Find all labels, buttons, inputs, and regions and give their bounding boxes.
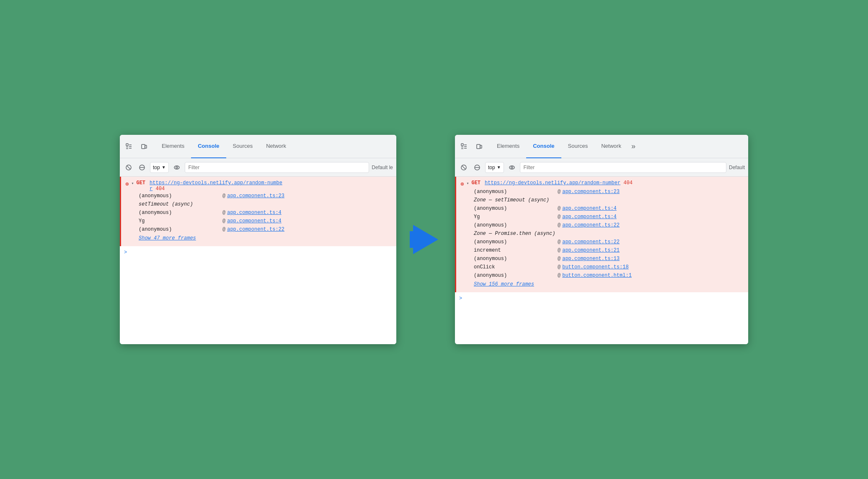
right-get-label: GET (471, 180, 480, 186)
right-filter-input[interactable] (520, 162, 726, 173)
left-error-entry: ⊗ ▾ GET https://ng-devtools.netlify.app/… (120, 177, 396, 246)
right-async-2: Zone — Promise.then (async) (460, 229, 744, 238)
svg-rect-1 (142, 144, 145, 149)
right-frame-9: (anonymous) @ button.component.html:1 (460, 271, 744, 280)
left-at-3: @ (222, 218, 225, 224)
left-show-more[interactable]: Show 47 more frames (125, 234, 392, 243)
left-frame-2: (anonymous) @ app.component.ts:4 (125, 209, 392, 217)
right-frame-link-6[interactable]: app.component.ts:21 (562, 247, 620, 253)
left-frame-link-2[interactable]: app.component.ts:4 (227, 210, 282, 216)
right-frame-link-7[interactable]: app.component.ts:13 (562, 256, 620, 262)
arrow-icon (413, 225, 438, 254)
right-console-prompt: > (455, 292, 748, 305)
right-frame-link-3[interactable]: app.component.ts:4 (562, 214, 617, 220)
right-at-9: @ (558, 273, 561, 278)
left-top-arrow-icon: ▼ (162, 165, 166, 170)
left-error-icon: ⊗ (125, 180, 129, 188)
right-at-2: @ (558, 206, 561, 211)
right-show-more[interactable]: Show 156 more frames (460, 280, 744, 289)
right-toolbar: top ▼ Default (455, 158, 748, 177)
left-tab-console[interactable]: Console (191, 135, 226, 158)
svg-rect-11 (480, 145, 482, 148)
right-frame-name-2: (anonymous) (474, 206, 558, 211)
right-default-levels: Default (729, 165, 745, 170)
right-error-url[interactable]: https://ng-devtools.netlify.app/random-n… (485, 180, 620, 186)
left-console-content: ⊗ ▾ GET https://ng-devtools.netlify.app/… (120, 177, 396, 344)
svg-point-17 (511, 167, 513, 168)
right-device-icon[interactable] (473, 141, 485, 152)
left-tab-sources[interactable]: Sources (226, 135, 260, 158)
left-clear-btn[interactable] (123, 162, 134, 173)
right-frame-link-5[interactable]: app.component.ts:22 (562, 239, 620, 245)
right-top-arrow-icon: ▼ (497, 165, 501, 170)
left-error-code: 404 (155, 186, 165, 192)
svg-point-8 (176, 167, 178, 168)
right-at-1: @ (558, 189, 561, 195)
left-default-levels: Default le (372, 165, 393, 170)
right-tab-bar: Elements Console Sources Network » (455, 135, 748, 158)
right-frame-name-6: increment (474, 247, 558, 253)
right-more-tabs-icon[interactable]: » (628, 142, 639, 151)
right-at-8: @ (558, 264, 561, 270)
left-toolbar: top ▼ Default le (120, 158, 396, 177)
left-async-1: setTimeout (async) (125, 200, 392, 209)
svg-point-7 (174, 166, 179, 169)
left-tab-network[interactable]: Network (259, 135, 293, 158)
right-at-3: @ (558, 214, 561, 220)
left-inspect-icon[interactable] (123, 141, 135, 152)
left-device-icon[interactable] (138, 141, 150, 152)
right-frame-2: (anonymous) @ app.component.ts:4 (460, 204, 744, 213)
right-frame-link-8[interactable]: button.component.ts:18 (562, 264, 628, 270)
left-eye-btn[interactable] (171, 162, 182, 173)
right-frame-link-2[interactable]: app.component.ts:4 (562, 206, 617, 211)
left-frame-name-1: (anonymous) (139, 193, 222, 199)
right-frame-link-9[interactable]: button.component.html:1 (562, 273, 632, 278)
right-frame-name-8: onClick (474, 264, 558, 270)
left-top-selector[interactable]: top ▼ (150, 162, 169, 173)
right-tab-elements[interactable]: Elements (490, 135, 526, 158)
left-frame-name-2: (anonymous) (139, 210, 222, 216)
right-error-entry: ⊗ ▾ GET https://ng-devtools.netlify.app/… (455, 177, 748, 292)
right-clear-btn[interactable] (458, 162, 469, 173)
svg-rect-0 (126, 144, 128, 146)
left-error-url[interactable]: https://ng-devtools.netlify.app/random-n… (150, 180, 282, 192)
left-triangle-icon: ▾ (131, 181, 134, 186)
svg-rect-10 (477, 144, 480, 149)
svg-point-16 (509, 166, 514, 169)
right-inspect-icon[interactable] (458, 141, 470, 152)
right-frame-7: (anonymous) @ app.component.ts:13 (460, 255, 744, 263)
svg-line-13 (462, 166, 465, 169)
direction-arrow (413, 225, 438, 254)
right-tab-sources[interactable]: Sources (561, 135, 595, 158)
right-tab-console[interactable]: Console (526, 135, 561, 158)
left-tab-bar: Elements Console Sources Network (120, 135, 396, 158)
left-tab-bar-icons (123, 141, 150, 152)
left-frame-link-3[interactable]: app.component.ts:4 (227, 218, 282, 224)
right-block-btn[interactable] (472, 162, 483, 173)
left-frame-link-1[interactable]: app.component.ts:23 (227, 193, 284, 199)
svg-rect-2 (145, 145, 147, 148)
right-frame-6: increment @ app.component.ts:21 (460, 246, 744, 255)
left-frame-name-4: (anonymous) (139, 227, 222, 232)
left-frame-link-4[interactable]: app.component.ts:22 (227, 227, 284, 232)
right-frame-name-5: (anonymous) (474, 239, 558, 245)
left-at-1: @ (222, 193, 225, 199)
left-filter-input[interactable] (185, 162, 369, 173)
left-console-prompt: > (120, 246, 396, 259)
left-block-btn[interactable] (137, 162, 147, 173)
right-frame-8: onClick @ button.component.ts:18 (460, 263, 744, 271)
right-prompt-arrow-icon: > (459, 296, 462, 301)
right-frame-link-4[interactable]: app.component.ts:22 (562, 222, 620, 228)
right-tab-network[interactable]: Network (594, 135, 628, 158)
left-tab-elements[interactable]: Elements (155, 135, 191, 158)
right-top-selector[interactable]: top ▼ (485, 162, 504, 173)
left-prompt-arrow-icon: > (124, 250, 127, 255)
left-devtools-panel: Elements Console Sources Network top ▼ (120, 135, 396, 344)
right-frame-link-1[interactable]: app.component.ts:23 (562, 189, 620, 195)
right-top-label: top (488, 165, 495, 170)
left-frame-3: Yg @ app.component.ts:4 (125, 217, 392, 225)
right-frame-name-9: (anonymous) (474, 273, 558, 278)
right-error-code: 404 (623, 180, 633, 186)
right-eye-btn[interactable] (506, 162, 517, 173)
right-error-header: ⊗ ▾ GET https://ng-devtools.netlify.app/… (460, 180, 744, 188)
